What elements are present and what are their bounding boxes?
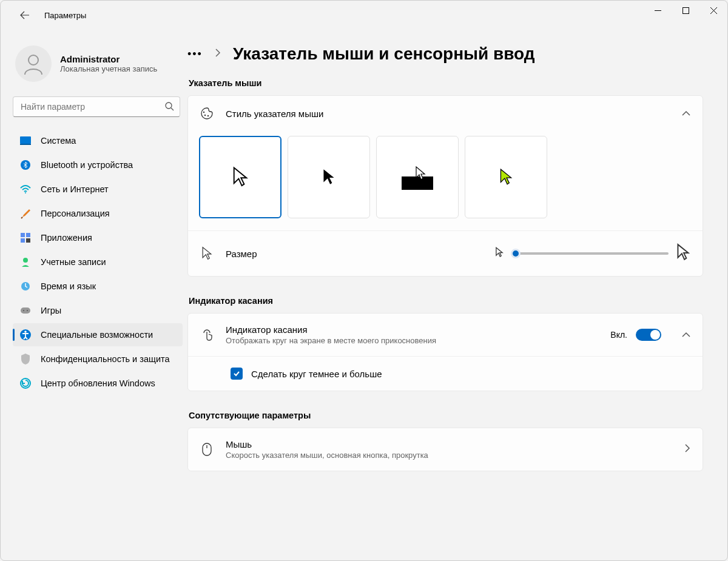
svg-rect-0 (682, 7, 689, 13)
palette-icon (200, 107, 214, 120)
cursor-inverted-icon (399, 163, 436, 191)
sidebar-item-label: Bluetooth и устройства (41, 160, 133, 170)
sidebar-item-network[interactable]: Сеть и Интернет (13, 178, 183, 201)
svg-point-20 (204, 115, 206, 116)
titlebar: Параметры (1, 1, 727, 30)
close-button[interactable] (699, 1, 727, 20)
sidebar-item-accounts[interactable]: Учетные записи (13, 250, 183, 274)
back-button[interactable] (13, 3, 37, 27)
user-block[interactable]: Administrator Локальная учетная запись (13, 37, 183, 94)
window-controls (644, 1, 727, 20)
chevron-right-icon (215, 49, 221, 59)
sidebar-item-personalization[interactable]: Персонализация (13, 202, 183, 225)
cursor-white-icon (232, 166, 249, 188)
maximize-button[interactable] (672, 1, 699, 20)
svg-rect-7 (21, 233, 25, 237)
svg-point-17 (24, 331, 27, 333)
touch-icon (200, 328, 214, 341)
pointer-style-header[interactable]: Стиль указателя мыши (188, 96, 703, 131)
minimize-icon (655, 7, 661, 14)
sidebar-item-label: Конфиденциальность и защита (41, 354, 170, 364)
avatar (15, 45, 52, 82)
sidebar-item-label: Система (41, 136, 76, 146)
gamepad-icon (20, 305, 31, 316)
search-wrap (13, 96, 180, 117)
main-panel: ••• Указатель мыши и сенсорный ввод Указ… (187, 30, 727, 560)
sidebar-item-label: Время и язык (41, 281, 96, 291)
clock-globe-icon (20, 281, 31, 292)
svg-rect-9 (21, 238, 25, 243)
cursor-small-preview-icon (495, 247, 504, 260)
person-icon (21, 52, 46, 76)
update-icon (20, 378, 31, 389)
pointer-size-slider-wrap (495, 243, 690, 264)
cursor-black-icon (322, 168, 336, 186)
pointer-style-inverted[interactable] (376, 136, 459, 218)
breadcrumb-overflow-button[interactable]: ••• (187, 48, 203, 61)
card-subtitle: Скорость указателя мыши, основная кнопка… (226, 451, 672, 460)
pointer-style-card: Стиль указателя мыши (187, 95, 703, 277)
sidebar-item-time-language[interactable]: Время и язык (13, 275, 183, 298)
user-name: Administrator (60, 54, 157, 64)
window-title: Параметры (44, 11, 86, 20)
maximize-icon (682, 7, 689, 14)
sidebar-item-label: Приложения (41, 233, 92, 243)
slider-thumb[interactable] (511, 249, 521, 258)
pointer-style-white[interactable] (199, 136, 281, 218)
card-title: Стиль указателя мыши (226, 109, 670, 119)
pointer-style-options (188, 131, 703, 230)
user-account-type: Локальная учетная запись (60, 64, 157, 73)
breadcrumb: ••• Указатель мыши и сенсорный ввод (187, 44, 703, 64)
sidebar-item-label: Сеть и Интернет (41, 184, 109, 194)
card-title: Индикатор касания (226, 324, 598, 335)
close-icon (710, 7, 717, 14)
touch-indicator-toggle[interactable] (636, 329, 661, 341)
card-title: Мышь (226, 439, 672, 449)
minimize-button[interactable] (644, 1, 672, 20)
card-subtitle: Отображать круг на экране в месте моего … (226, 336, 598, 345)
sidebar-item-gaming[interactable]: Игры (13, 299, 183, 322)
nav: Система Bluetooth и устройства Сеть и Ин… (13, 129, 183, 395)
sidebar-item-accessibility[interactable]: Специальные возможности (13, 323, 183, 346)
search-input[interactable] (13, 96, 180, 117)
section-heading-touch: Индикатор касания (189, 296, 703, 306)
sidebar-item-privacy[interactable]: Конфиденциальность и защита (13, 348, 183, 371)
display-icon (20, 135, 31, 146)
touch-indicator-header[interactable]: Индикатор касания Отображать круг на экр… (188, 314, 703, 356)
chevron-up-icon (682, 108, 690, 119)
svg-point-1 (29, 55, 38, 65)
svg-rect-13 (21, 307, 30, 314)
sidebar: Administrator Локальная учетная запись С… (1, 30, 187, 560)
content-area: Administrator Локальная учетная запись С… (1, 30, 727, 560)
sidebar-item-windows-update[interactable]: Центр обновления Windows (13, 372, 183, 395)
mouse-icon (200, 442, 214, 457)
sidebar-item-label: Центр обновления Windows (41, 378, 155, 388)
darker-circle-checkbox[interactable] (231, 368, 243, 380)
related-mouse-row[interactable]: Мышь Скорость указателя мыши, основная к… (188, 428, 703, 471)
settings-window: Параметры Administrator Локальная учетна… (0, 0, 728, 561)
svg-point-14 (23, 310, 24, 311)
svg-point-2 (166, 102, 172, 109)
related-mouse-card[interactable]: Мышь Скорость указателя мыши, основная к… (187, 428, 703, 471)
cursor-large-preview-icon (676, 243, 690, 264)
account-icon (20, 257, 31, 267)
section-heading-related: Сопутствующие параметры (189, 411, 703, 420)
check-icon (233, 370, 240, 377)
sidebar-item-apps[interactable]: Приложения (13, 226, 183, 249)
apps-icon (20, 232, 31, 243)
pointer-style-custom[interactable] (465, 136, 547, 218)
page-title: Указатель мыши и сенсорный ввод (233, 44, 535, 64)
paintbrush-icon (20, 208, 31, 219)
sidebar-item-system[interactable]: Система (13, 129, 183, 152)
accessibility-icon (20, 329, 31, 340)
pointer-size-slider[interactable] (511, 252, 669, 255)
svg-rect-10 (26, 238, 30, 243)
svg-rect-22 (402, 176, 433, 190)
wifi-icon (20, 184, 31, 195)
touch-darker-row[interactable]: Сделать круг темнее и больше (188, 356, 703, 391)
svg-point-11 (23, 258, 28, 263)
pointer-style-black[interactable] (288, 136, 370, 218)
svg-point-6 (25, 192, 26, 193)
svg-point-21 (207, 115, 209, 116)
sidebar-item-bluetooth[interactable]: Bluetooth и устройства (13, 153, 183, 176)
